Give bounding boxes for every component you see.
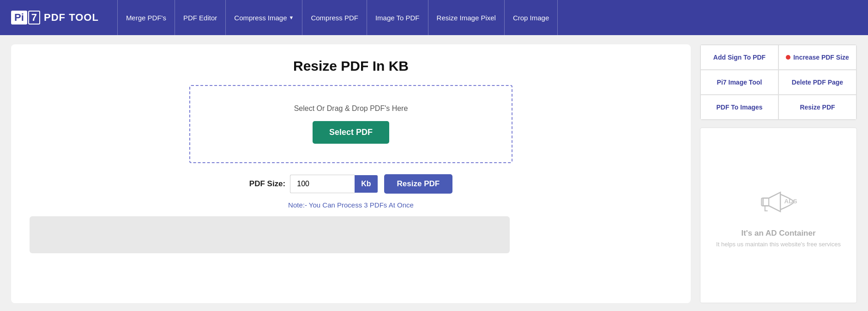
- logo-block: Pi 7 PDF TOOL: [11, 11, 99, 24]
- pdf-size-label: PDF Size:: [249, 179, 285, 189]
- sidebar-resize-pdf[interactable]: Resize PDF: [778, 95, 856, 120]
- page-title: Resize PDF In KB: [30, 58, 672, 74]
- nav-resize-image-pixel[interactable]: Resize Image Pixel: [428, 0, 505, 35]
- logo-title: PDF TOOL: [44, 12, 99, 24]
- sidebar-pi7-image[interactable]: Pi7 Image Tool: [700, 70, 778, 95]
- right-sidebar: Add Sign To PDF Increase PDF Size Pi7 Im…: [700, 44, 857, 303]
- sidebar-increase-pdf[interactable]: Increase PDF Size: [778, 45, 856, 70]
- note-text: Note:- You Can Process 3 PDFs At Once: [30, 201, 672, 209]
- chevron-down-icon: ▼: [289, 15, 294, 20]
- nav-compress-image[interactable]: Compress Image ▼: [226, 0, 302, 35]
- sidebar-delete-pdf[interactable]: Delete PDF Page: [778, 70, 856, 95]
- ad-subtitle: It helps us maintain this website's free…: [716, 241, 841, 248]
- left-content: Resize PDF In KB Select Or Drag & Drop P…: [11, 44, 691, 303]
- ad-title: It's an AD Container: [741, 229, 815, 238]
- svg-text:ADS: ADS: [784, 197, 797, 204]
- logo-7: 7: [28, 11, 40, 24]
- drop-zone-text: Select Or Drag & Drop PDF's Here: [199, 104, 502, 113]
- nav-image-to-pdf[interactable]: Image To PDF: [367, 0, 428, 35]
- ad-container: ADS It's an AD Container It helps us mai…: [700, 128, 857, 303]
- main-nav: Merge PDF's PDF Editor Compress Image ▼ …: [117, 0, 558, 35]
- nav-merge-pdfs[interactable]: Merge PDF's: [117, 0, 175, 35]
- kb-badge: Kb: [355, 175, 377, 193]
- select-pdf-button[interactable]: Select PDF: [313, 121, 389, 144]
- bottom-gray-area: [30, 216, 510, 253]
- nav-pdf-editor[interactable]: PDF Editor: [175, 0, 226, 35]
- megaphone-icon: ADS: [755, 183, 802, 222]
- site-header: Pi 7 PDF TOOL Merge PDF's PDF Editor Com…: [0, 0, 868, 35]
- sidebar-links: Add Sign To PDF Increase PDF Size Pi7 Im…: [700, 44, 857, 120]
- drop-zone[interactable]: Select Or Drag & Drop PDF's Here Select …: [189, 85, 512, 163]
- logo-icon: Pi 7: [11, 11, 40, 24]
- red-dot-icon: [786, 55, 790, 60]
- sidebar-pdf-to-images[interactable]: PDF To Images: [700, 95, 778, 120]
- resize-pdf-button[interactable]: Resize PDF: [384, 174, 453, 194]
- nav-compress-pdf[interactable]: Compress PDF: [302, 0, 367, 35]
- logo-pi: Pi: [11, 11, 27, 24]
- pdf-size-input[interactable]: [290, 175, 355, 193]
- main-layout: Resize PDF In KB Select Or Drag & Drop P…: [0, 35, 868, 311]
- sidebar-add-sign[interactable]: Add Sign To PDF: [700, 45, 778, 70]
- pdf-size-row: PDF Size: Kb Resize PDF: [30, 174, 672, 194]
- nav-crop-image[interactable]: Crop Image: [505, 0, 558, 35]
